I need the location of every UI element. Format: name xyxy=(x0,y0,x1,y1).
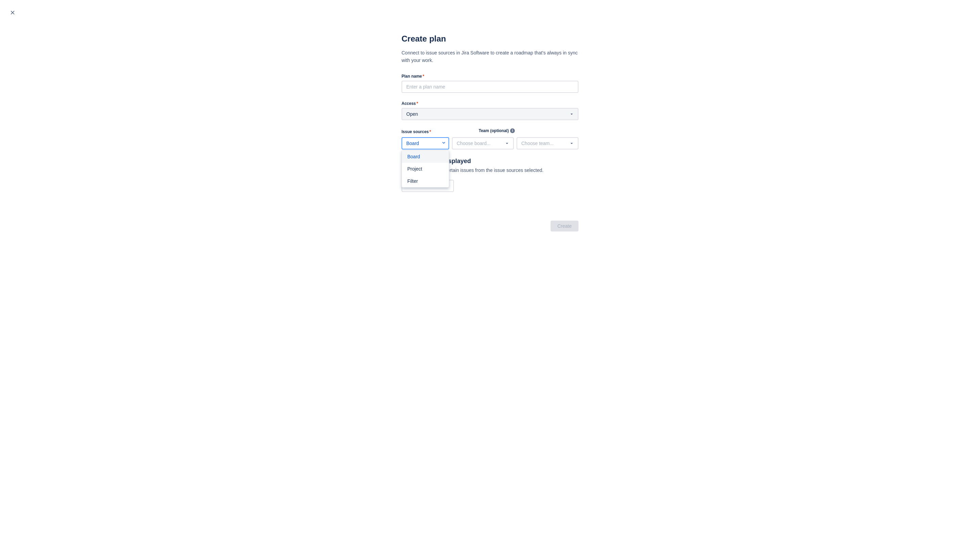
issue-sources-label: Issue sources* xyxy=(401,129,431,134)
access-group: Access* Open Private Invite only xyxy=(401,101,579,120)
page-description: Connect to issue sources in Jira Softwar… xyxy=(401,49,579,64)
dropdown-item-project[interactable]: Project xyxy=(402,163,449,175)
dropdown-item-board[interactable]: Board xyxy=(402,150,449,163)
issue-sources-group: Issue sources* Team (optional) i Board P… xyxy=(401,128,579,149)
create-button[interactable]: Create xyxy=(551,221,579,232)
access-select[interactable]: Open Private Invite only xyxy=(401,108,579,120)
team-select[interactable]: Choose team... xyxy=(516,137,579,149)
team-label: Team (optional) xyxy=(479,128,509,133)
plan-name-group: Plan name* xyxy=(401,74,579,93)
board-select[interactable]: Choose board... xyxy=(452,137,514,149)
team-info-icon[interactable]: i xyxy=(510,128,515,133)
source-type-wrapper: Board Project Filter Board Proj xyxy=(401,137,449,149)
source-type-dropdown-menu: Board Project Filter xyxy=(401,150,449,188)
board-select-wrapper: Choose board... xyxy=(452,137,514,149)
sources-row-wrapper: Board Project Filter Board Proj xyxy=(401,137,579,149)
team-label-row: Team (optional) i xyxy=(479,128,515,133)
issue-sources-row: Board Project Filter Board Proj xyxy=(401,137,579,149)
page-title: Create plan xyxy=(401,34,579,44)
access-label: Access* xyxy=(401,101,579,106)
page-container: Create plan Connect to issue sources in … xyxy=(0,0,980,559)
form-footer: Create xyxy=(401,214,579,232)
form-container: Create plan Connect to issue sources in … xyxy=(401,34,579,539)
source-type-select[interactable]: Board Project Filter xyxy=(401,137,449,149)
dropdown-item-filter[interactable]: Filter xyxy=(402,175,449,187)
plan-name-label: Plan name* xyxy=(401,74,579,79)
team-select-wrapper: Choose team... xyxy=(516,137,579,149)
plan-name-input[interactable] xyxy=(401,81,579,93)
close-button[interactable] xyxy=(8,8,17,17)
